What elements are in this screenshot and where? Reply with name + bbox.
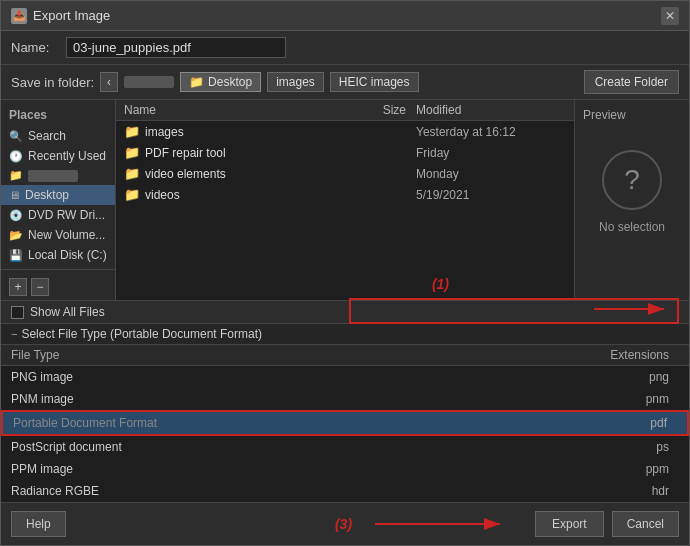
search-icon: 🔍 bbox=[9, 130, 23, 143]
sidebar-item-local-disk[interactable]: 💾 Local Disk (C:) bbox=[1, 245, 115, 265]
export-dialog: 📤 Export Image ✕ Name: Save in folder: ‹… bbox=[0, 0, 690, 546]
filetype-name-pnm: PNM image bbox=[11, 392, 579, 406]
file-panel: Name Size Modified 📁 images Yesterday at… bbox=[116, 100, 574, 300]
clock-icon: 🕐 bbox=[9, 150, 23, 163]
file-name-videos: videos bbox=[145, 188, 180, 202]
sidebar-item-recently-used[interactable]: 🕐 Recently Used bbox=[1, 146, 115, 166]
hidden-folder bbox=[124, 76, 174, 88]
sidebar-item-search[interactable]: 🔍 Search bbox=[1, 126, 115, 146]
preview-header: Preview bbox=[579, 108, 626, 122]
desktop-icon: 🖥 bbox=[9, 189, 20, 201]
breadcrumb-desktop[interactable]: 📁 Desktop bbox=[180, 72, 261, 92]
file-modified-images: Yesterday at 16:12 bbox=[406, 125, 566, 139]
close-button[interactable]: ✕ bbox=[661, 7, 679, 25]
cancel-button[interactable]: Cancel bbox=[612, 511, 679, 537]
file-type-section: File Type Extensions PNG image png PNM i… bbox=[1, 345, 689, 502]
filename-input[interactable] bbox=[66, 37, 286, 58]
places-separator bbox=[1, 269, 115, 270]
filetype-name-hdr: Radiance RGBE bbox=[11, 484, 579, 498]
action-row: Help (3) Export Cancel bbox=[1, 502, 689, 545]
volume-icon: 📂 bbox=[9, 229, 23, 242]
show-all-label[interactable]: Show All Files bbox=[30, 305, 105, 319]
main-area: Places 🔍 Search 🕐 Recently Used 📁 🖥 Desk… bbox=[1, 100, 689, 301]
save-in-label: Save in folder: bbox=[11, 75, 94, 90]
filetype-ext-png: png bbox=[579, 370, 679, 384]
col-header-modified: Modified bbox=[406, 103, 566, 117]
collapse-icon: − bbox=[11, 328, 17, 340]
name-label: Name: bbox=[11, 40, 56, 55]
bottom-area: Show All Files − Select File Type (Porta… bbox=[1, 301, 689, 545]
name-row: Name: bbox=[1, 31, 689, 65]
file-name-images: images bbox=[145, 125, 184, 139]
file-type-table-header: File Type Extensions bbox=[1, 345, 689, 366]
file-type-table: PNG image png PNM image pnm Portable Doc… bbox=[1, 366, 689, 502]
folder-row: Save in folder: ‹ 📁 Desktop images HEIC … bbox=[1, 65, 689, 100]
col-header-name[interactable]: Name bbox=[124, 103, 346, 117]
sidebar-item-desktop[interactable]: 🖥 Desktop bbox=[1, 185, 115, 205]
breadcrumb-images[interactable]: images bbox=[267, 72, 324, 92]
filetype-ppm[interactable]: PPM image ppm bbox=[1, 458, 689, 480]
filetype-ext-hdr: hdr bbox=[579, 484, 679, 498]
file-row-video-elements[interactable]: 📁 video elements Monday bbox=[116, 163, 574, 184]
breadcrumb-heic[interactable]: HEIC images bbox=[330, 72, 419, 92]
col-extensions: Extensions bbox=[579, 348, 679, 362]
filetype-ps[interactable]: PostScript document ps bbox=[1, 436, 689, 458]
nav-back-button[interactable]: ‹ bbox=[100, 72, 118, 92]
folder-icon: 📁 bbox=[9, 169, 23, 182]
file-row-videos[interactable]: 📁 videos 5/19/2021 bbox=[116, 184, 574, 205]
col-filetype: File Type bbox=[11, 348, 579, 362]
places-panel: Places 🔍 Search 🕐 Recently Used 📁 🖥 Desk… bbox=[1, 100, 116, 300]
col-header-size: Size bbox=[346, 103, 406, 117]
folder-icon: 📁 bbox=[189, 75, 204, 89]
filetype-ext-ps: ps bbox=[579, 440, 679, 454]
file-type-row[interactable]: − Select File Type (Portable Document Fo… bbox=[1, 324, 689, 345]
remove-place-button[interactable]: − bbox=[31, 278, 49, 296]
hidden-folder-name bbox=[28, 170, 78, 182]
filetype-hdr[interactable]: Radiance RGBE hdr bbox=[1, 480, 689, 502]
folder-icon-video-elements: 📁 bbox=[124, 166, 140, 181]
filetype-pnm[interactable]: PNM image pnm bbox=[1, 388, 689, 410]
file-name-video-elements: video elements bbox=[145, 167, 226, 181]
folder-icon-images: 📁 bbox=[124, 124, 140, 139]
annotation-arrow-3 bbox=[345, 509, 505, 539]
action-right: (3) Export Cancel bbox=[535, 511, 679, 537]
file-modified-pdf: Friday bbox=[406, 146, 566, 160]
create-folder-button[interactable]: Create Folder bbox=[584, 70, 679, 94]
filetype-name-pdf: Portable Document Format bbox=[13, 416, 577, 430]
file-modified-videos: 5/19/2021 bbox=[406, 188, 566, 202]
show-all-checkbox[interactable] bbox=[11, 306, 24, 319]
places-actions: + − bbox=[1, 274, 115, 300]
sidebar-item-new-volume[interactable]: 📂 New Volume... bbox=[1, 225, 115, 245]
filetype-pdf[interactable]: Portable Document Format pdf (2) bbox=[1, 410, 689, 436]
filetype-name-ps: PostScript document bbox=[11, 440, 579, 454]
preview-no-selection: No selection bbox=[599, 220, 665, 234]
disk-icon: 💾 bbox=[9, 249, 23, 262]
filetype-ext-pnm: pnm bbox=[579, 392, 679, 406]
filetype-ext-pdf: pdf bbox=[577, 416, 677, 430]
filetype-name-png: PNG image bbox=[11, 370, 579, 384]
dvd-icon: 💿 bbox=[9, 209, 23, 222]
folder-icon-pdf: 📁 bbox=[124, 145, 140, 160]
places-header: Places bbox=[1, 106, 115, 126]
show-all-row: Show All Files bbox=[1, 301, 689, 324]
file-table-header: Name Size Modified bbox=[116, 100, 574, 121]
file-row-pdf-repair[interactable]: 📁 PDF repair tool Friday bbox=[116, 142, 574, 163]
file-type-selector-label[interactable]: Select File Type (Portable Document Form… bbox=[21, 327, 262, 341]
add-place-button[interactable]: + bbox=[9, 278, 27, 296]
preview-panel: Preview ? No selection bbox=[574, 100, 689, 300]
file-name-pdf: PDF repair tool bbox=[145, 146, 226, 160]
preview-icon: ? bbox=[602, 150, 662, 210]
window-title: Export Image bbox=[33, 8, 110, 23]
filetype-png[interactable]: PNG image png bbox=[1, 366, 689, 388]
folder-icon-videos: 📁 bbox=[124, 187, 140, 202]
file-modified-video-elements: Monday bbox=[406, 167, 566, 181]
sidebar-item-dvd[interactable]: 💿 DVD RW Dri... bbox=[1, 205, 115, 225]
filetype-ext-ppm: ppm bbox=[579, 462, 679, 476]
sidebar-item-hidden-folder[interactable]: 📁 bbox=[1, 166, 115, 185]
help-button[interactable]: Help bbox=[11, 511, 66, 537]
file-row-images[interactable]: 📁 images Yesterday at 16:12 bbox=[116, 121, 574, 142]
export-button[interactable]: Export bbox=[535, 511, 604, 537]
filetype-name-ppm: PPM image bbox=[11, 462, 579, 476]
title-bar: 📤 Export Image ✕ bbox=[1, 1, 689, 31]
window-icon: 📤 bbox=[11, 8, 27, 24]
